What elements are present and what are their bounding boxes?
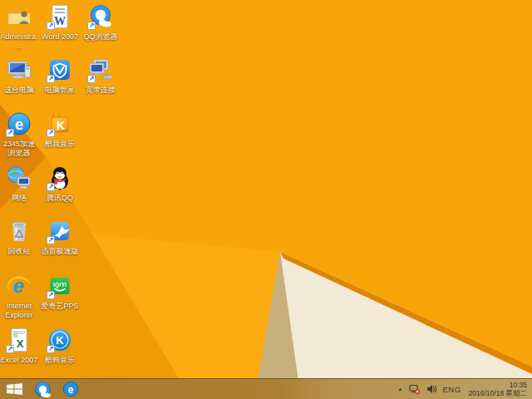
desktop-icon-label: 2345加速浏览器 bbox=[0, 140, 38, 157]
internet-explorer-icon: e bbox=[6, 273, 32, 299]
shortcut-arrow-icon: ↗ bbox=[47, 183, 55, 191]
desktop-icon-internet-explorer[interactable]: e Internet Explorer bbox=[0, 273, 38, 319]
desktop-icon-label: 网络 bbox=[0, 194, 38, 203]
desktop-icon-kuwo-music[interactable]: ♪ ♪ K ↗ 酷我音乐 bbox=[41, 111, 79, 149]
iqiyi-pps-icon: iQIYI ↗ bbox=[47, 273, 73, 299]
desktop-icon-broadband[interactable]: ↗ 宽带连接 bbox=[81, 57, 120, 95]
2345-browser-icon: e ↗ bbox=[6, 111, 32, 137]
qq-browser-icon bbox=[34, 381, 52, 398]
shortcut-arrow-icon: ↗ bbox=[47, 22, 55, 30]
shortcut-arrow-icon: ↗ bbox=[6, 129, 14, 137]
desktop-icon-label: 迅雷极速版 bbox=[41, 247, 79, 256]
desktop-icon-2345-browser[interactable]: e ↗ 2345加速浏览器 bbox=[0, 111, 38, 157]
svg-text:W: W bbox=[54, 15, 66, 27]
svg-text:K: K bbox=[57, 119, 65, 132]
excel-document-icon: X ↗ bbox=[6, 327, 32, 353]
desktop-icon-tencent-qq[interactable]: ↗ 腾讯QQ bbox=[41, 165, 79, 203]
network-status-icon[interactable] bbox=[409, 379, 421, 399]
language-indicator[interactable]: ENG bbox=[443, 385, 461, 394]
show-hidden-icons-button[interactable]: ▲ bbox=[398, 379, 403, 399]
desktop-icon-label: 回收站 bbox=[0, 247, 38, 256]
desktop-icon-label: 酷狗音乐 bbox=[41, 356, 79, 365]
desktop-icon-xunlei[interactable]: ↗ 迅雷极速版 bbox=[41, 218, 79, 256]
svg-text:iQIYI: iQIYI bbox=[53, 282, 66, 288]
desktop-icon-pc-manager[interactable]: ↗ 电脑管家 bbox=[41, 57, 79, 95]
shortcut-arrow-icon: ↗ bbox=[47, 236, 55, 244]
desktop-icon-label: Internet Explorer bbox=[0, 302, 38, 319]
shortcut-arrow-icon: ↗ bbox=[87, 75, 96, 83]
shortcut-arrow-icon: ↗ bbox=[87, 22, 96, 30]
desktop-icon-iqiyi-pps[interactable]: iQIYI ↗ 爱奇艺PPS bbox=[41, 273, 79, 311]
wallpaper bbox=[0, 0, 532, 399]
taskbar-qq-browser-button[interactable] bbox=[28, 379, 57, 399]
desktop-icon-label: 爱奇艺PPS bbox=[41, 302, 79, 311]
desktop-icon-word-2007[interactable]: W ↗ Word 2007 bbox=[41, 3, 79, 42]
qq-penguin-icon: ↗ bbox=[47, 165, 73, 191]
shortcut-arrow-icon: ↗ bbox=[47, 291, 55, 299]
2345-browser-icon: e bbox=[62, 381, 79, 397]
desktop-icon-label: Administra... bbox=[0, 32, 38, 50]
desktop-icon-qq-browser[interactable]: ↗ QQ浏览器 bbox=[81, 3, 120, 42]
this-pc-icon bbox=[6, 57, 32, 83]
svg-text:e: e bbox=[68, 384, 74, 396]
shortcut-arrow-icon: ↗ bbox=[6, 345, 14, 353]
shortcut-arrow-icon: ↗ bbox=[47, 129, 55, 137]
desktop-icon-label: 酷我音乐 bbox=[41, 140, 79, 149]
broadband-connection-icon: ↗ bbox=[87, 57, 114, 83]
desktop-icon-label: 宽带连接 bbox=[81, 86, 120, 95]
desktop-icon-label: QQ浏览器 bbox=[81, 32, 120, 42]
word-document-icon: W ↗ bbox=[47, 3, 73, 30]
clock-date: 2016/10/18 星期二 bbox=[469, 389, 527, 397]
kuwo-music-icon: ♪ ♪ K ↗ bbox=[47, 111, 73, 137]
desktop-icon-label: 这台电脑 bbox=[0, 86, 38, 95]
network-globe-icon bbox=[6, 165, 32, 191]
desktop-icon-label: Excel 2007 bbox=[0, 356, 38, 365]
desktop-icon-label: 电脑管家 bbox=[41, 86, 79, 95]
desktop-icon-excel-2007[interactable]: X ↗ Excel 2007 bbox=[0, 327, 38, 365]
xunlei-bird-icon: ↗ bbox=[47, 218, 73, 244]
desktop-icon-network[interactable]: 网络 bbox=[0, 165, 38, 203]
desktop-icon-label: 腾讯QQ bbox=[41, 194, 79, 203]
windows-start-icon bbox=[7, 383, 22, 395]
svg-text:K: K bbox=[56, 334, 64, 347]
svg-text:♪: ♪ bbox=[57, 111, 61, 117]
taskbar: e ▲ ENG 10:35 201 bbox=[0, 378, 532, 399]
desktop-icon-this-pc[interactable]: 这台电脑 bbox=[0, 57, 38, 95]
desktop-icon-label: Word 2007 bbox=[41, 32, 79, 42]
shortcut-arrow-icon: ↗ bbox=[47, 345, 55, 353]
svg-text:e: e bbox=[15, 116, 23, 133]
desktop-icon-kugou-music[interactable]: K ↗ 酷狗音乐 bbox=[41, 327, 79, 365]
desktop-icon-administrator[interactable]: Administra... bbox=[0, 3, 38, 50]
clock[interactable]: 10:35 2016/10/18 星期二 bbox=[467, 381, 527, 397]
system-tray: ▲ ENG 10:35 2016/10/18 星期二 bbox=[398, 379, 532, 399]
desktop: Administra... W ↗ Word 2007 ↗ QQ bbox=[0, 0, 532, 399]
clock-time: 10:35 bbox=[469, 381, 527, 389]
user-folder-icon bbox=[6, 3, 32, 30]
pc-manager-shield-icon: ↗ bbox=[47, 57, 73, 83]
shortcut-arrow-icon: ↗ bbox=[47, 75, 55, 83]
taskbar-2345-browser-button[interactable]: e bbox=[57, 379, 85, 399]
desktop-icon-recycle-bin[interactable]: 回收站 bbox=[0, 218, 38, 256]
volume-icon[interactable] bbox=[426, 379, 437, 399]
qq-browser-icon: ↗ bbox=[87, 3, 114, 30]
start-button[interactable] bbox=[0, 379, 28, 399]
recycle-bin-icon bbox=[6, 218, 32, 244]
kugou-music-icon: K ↗ bbox=[47, 327, 73, 353]
svg-text:X: X bbox=[17, 337, 24, 350]
